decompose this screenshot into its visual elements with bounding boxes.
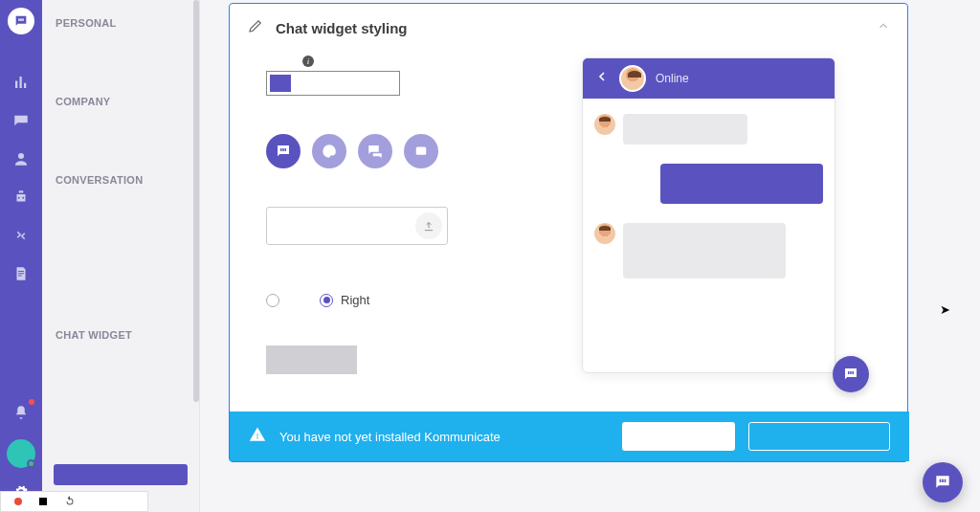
svg-rect-9 — [282, 148, 284, 151]
svg-rect-14 — [853, 371, 855, 374]
placeholder-block — [266, 345, 357, 374]
card-title: Chat widget styling — [276, 20, 408, 36]
msg-bubble — [623, 114, 747, 145]
primary-color-input[interactable] — [266, 71, 400, 96]
notifications-icon[interactable] — [10, 401, 33, 424]
svg-rect-5 — [18, 271, 24, 272]
sidebar-scrollbar[interactable] — [193, 0, 199, 512]
msg-bubble-self — [660, 164, 823, 204]
preview-launcher-button[interactable] — [833, 356, 869, 392]
svg-point-3 — [18, 197, 20, 199]
sidebar-group-chatwidget[interactable]: CHAT WIDGET — [56, 329, 186, 341]
users-icon[interactable] — [10, 147, 33, 170]
svg-rect-11 — [416, 147, 427, 155]
sidebar-group-company[interactable]: COMPANY — [56, 96, 186, 107]
color-swatch — [270, 75, 291, 92]
svg-rect-8 — [280, 148, 282, 151]
launcher-icon-option-4[interactable] — [404, 134, 438, 168]
preview-msg-2 — [594, 164, 823, 204]
user-avatar[interactable] — [7, 439, 35, 468]
docs-icon[interactable] — [10, 262, 33, 285]
styling-card: Chat widget styling i — [229, 3, 908, 462]
back-icon[interactable] — [594, 69, 610, 88]
upload-icon[interactable] — [415, 212, 442, 239]
svg-rect-6 — [18, 273, 24, 274]
integrations-icon[interactable] — [10, 224, 33, 247]
launcher-icon-option-1[interactable] — [266, 134, 301, 168]
svg-rect-16 — [942, 479, 944, 482]
svg-rect-7 — [18, 276, 22, 277]
msg-avatar — [594, 114, 615, 135]
radio-label-right: Right — [341, 293, 369, 307]
mouse-cursor: ➤ — [940, 302, 950, 317]
msg-avatar — [594, 223, 615, 244]
svg-point-4 — [22, 197, 24, 199]
launcher-icon-option-2[interactable] — [312, 134, 346, 168]
banner-secondary-button[interactable] — [748, 422, 890, 451]
pencil-icon — [247, 17, 264, 38]
install-banner: You have not yet installed Kommunicate — [230, 412, 909, 461]
sidebar-group-personal[interactable]: PERSONAL — [56, 17, 186, 29]
upload-icon-input[interactable] — [266, 207, 448, 245]
svg-rect-1 — [20, 18, 21, 21]
chevron-up-icon[interactable] — [877, 19, 890, 36]
svg-rect-17 — [945, 479, 947, 482]
app-logo[interactable] — [8, 8, 34, 34]
preview-msg-1 — [594, 114, 823, 145]
position-radio-right[interactable]: Right — [320, 293, 369, 307]
sidebar-group-conversation[interactable]: CONVERSATION — [56, 174, 186, 186]
undo-icon[interactable] — [64, 493, 76, 510]
svg-rect-10 — [285, 148, 287, 151]
chat-widget-preview: Online — [582, 57, 835, 373]
record-icon[interactable] — [14, 498, 22, 505]
msg-bubble — [623, 223, 786, 278]
stop-icon[interactable] — [39, 498, 47, 505]
analytics-icon[interactable] — [10, 71, 33, 94]
info-icon[interactable]: i — [302, 56, 314, 67]
banner-primary-button[interactable] — [622, 422, 735, 451]
preview-msg-3 — [594, 223, 823, 278]
global-chat-launcher[interactable] — [923, 462, 963, 502]
warning-icon — [249, 426, 266, 447]
svg-rect-2 — [22, 18, 23, 21]
messages-icon[interactable] — [10, 109, 33, 132]
recording-toolbar — [0, 491, 148, 512]
svg-rect-12 — [848, 371, 850, 374]
position-radio-left[interactable] — [266, 294, 279, 307]
agent-avatar — [619, 65, 646, 92]
nav-rail — [0, 0, 42, 512]
preview-header: Online — [583, 58, 835, 99]
sidebar-active-item[interactable] — [54, 464, 188, 485]
launcher-icon-options — [266, 134, 553, 168]
main-content: Chat widget styling i — [200, 0, 980, 512]
svg-rect-0 — [18, 18, 19, 21]
launcher-icon-option-3[interactable] — [358, 134, 392, 168]
banner-text: You have not yet installed Kommunicate — [279, 430, 501, 444]
agent-status: Online — [656, 72, 689, 85]
svg-rect-15 — [940, 479, 942, 482]
position-radio-group: Right — [266, 293, 553, 307]
settings-sidebar: PERSONAL COMPANY CONVERSATION CHAT WIDGE… — [42, 0, 200, 512]
bot-icon[interactable] — [10, 186, 33, 209]
svg-rect-13 — [850, 371, 852, 374]
